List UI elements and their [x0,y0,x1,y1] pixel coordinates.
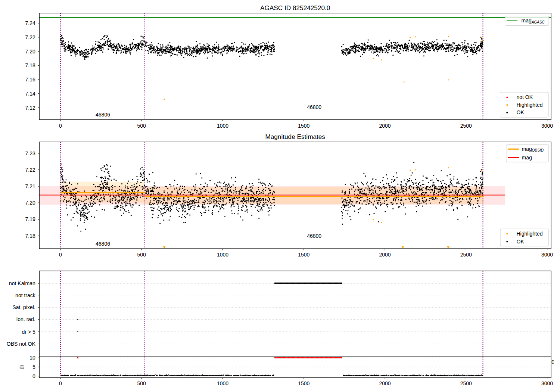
svg-text:mag: mag [522,155,532,161]
svg-text:3000: 3000 [541,380,553,386]
svg-text:500: 500 [137,380,146,386]
svg-text:7.22: 7.22 [25,34,35,40]
svg-text:OK: OK [517,239,525,245]
svg-text:1500: 1500 [298,123,309,129]
svg-text:dr > 5: dr > 5 [22,329,35,335]
svg-text:7.18: 7.18 [25,233,35,239]
svg-text:2000: 2000 [379,252,391,258]
svg-text:Ion. rad.: Ion. rad. [16,316,35,322]
svg-text:46806: 46806 [96,112,110,118]
svg-text:7.14: 7.14 [25,91,35,97]
svg-text:0: 0 [59,380,62,386]
svg-text:2000: 2000 [379,123,391,129]
svg-text:1000: 1000 [217,252,228,258]
svg-text:OBS not OK: OBS not OK [7,341,36,347]
svg-text:2500: 2500 [460,123,472,129]
svg-text:not Kalman: not Kalman [9,280,35,286]
svg-text:AGASC ID 825242520.0: AGASC ID 825242520.0 [260,4,330,12]
svg-text:7.24: 7.24 [25,20,35,26]
svg-text:7.22: 7.22 [25,167,35,173]
svg-text:3000: 3000 [541,252,553,258]
svg-text:7.19: 7.19 [25,216,35,222]
svg-text:not track: not track [15,292,36,298]
svg-text:7.23: 7.23 [25,150,35,156]
svg-text:not OK: not OK [517,94,533,100]
svg-text:3000: 3000 [541,123,553,129]
svg-text:7.21: 7.21 [25,183,35,189]
svg-text:OK: OK [517,109,525,115]
svg-text:10: 10 [29,355,35,361]
svg-text:46806: 46806 [96,241,110,247]
svg-text:7.20: 7.20 [25,49,35,55]
svg-text:46800: 46800 [307,233,321,239]
svg-text:500: 500 [137,252,146,258]
svg-text:5: 5 [32,364,35,370]
svg-text:1000: 1000 [217,380,228,386]
svg-text:Highlighted: Highlighted [517,231,543,237]
svg-text:0: 0 [32,373,35,379]
svg-text:Highlighted: Highlighted [517,102,543,108]
svg-text:7.12: 7.12 [25,105,35,111]
svg-text:46800: 46800 [307,104,321,110]
svg-text:Magnitude Estimates: Magnitude Estimates [265,133,325,140]
svg-text:7.20: 7.20 [25,200,35,206]
svg-text:1500: 1500 [298,252,309,258]
svg-text:2500: 2500 [460,380,472,386]
svg-text:7.16: 7.16 [25,77,35,83]
svg-text:dr: dr [19,364,25,369]
svg-text:Sat. pixel.: Sat. pixel. [12,304,35,310]
svg-text:0: 0 [59,252,62,258]
svg-text:0: 0 [59,123,62,129]
svg-text:7.18: 7.18 [25,62,35,68]
svg-text:500: 500 [137,123,146,129]
svg-text:2000: 2000 [379,380,391,386]
svg-text:2500: 2500 [460,252,472,258]
svg-text:1500: 1500 [298,380,309,386]
svg-text:1000: 1000 [217,123,228,129]
